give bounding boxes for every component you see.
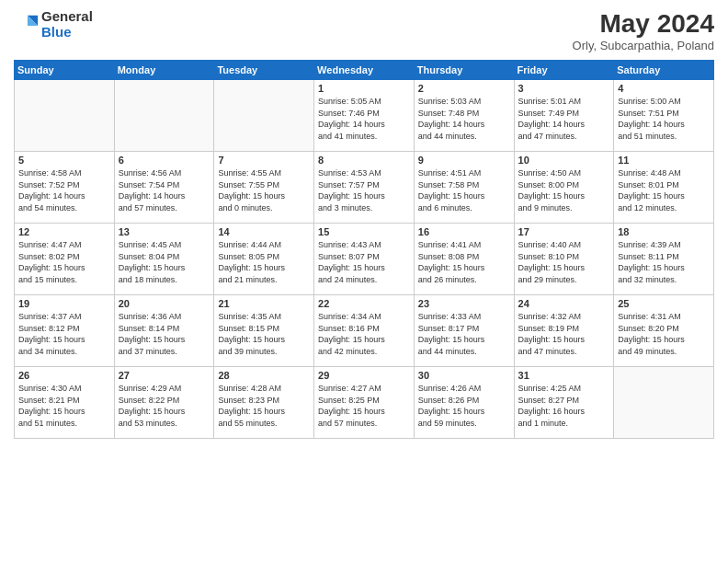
day-info: Sunrise: 4:48 AM Sunset: 8:01 PM Dayligh… [618,167,710,213]
calendar-week-row: 5Sunrise: 4:58 AM Sunset: 7:52 PM Daylig… [15,152,714,224]
calendar-cell [114,80,214,152]
day-number: 24 [518,298,610,309]
calendar-cell: 28Sunrise: 4:28 AM Sunset: 8:23 PM Dayli… [214,367,314,439]
title-block: May 2024 Orly, Subcarpathia, Poland [573,9,714,52]
day-number: 26 [18,370,110,381]
calendar-cell: 24Sunrise: 4:32 AM Sunset: 8:19 PM Dayli… [514,295,614,367]
day-info: Sunrise: 5:05 AM Sunset: 7:46 PM Dayligh… [318,96,410,142]
calendar-cell: 25Sunrise: 4:31 AM Sunset: 8:20 PM Dayli… [614,295,714,367]
day-info: Sunrise: 4:35 AM Sunset: 8:15 PM Dayligh… [218,311,310,357]
page: General Blue May 2024 Orly, Subcarpathia… [0,0,728,563]
calendar-cell: 9Sunrise: 4:51 AM Sunset: 7:58 PM Daylig… [414,152,514,224]
calendar-cell: 7Sunrise: 4:55 AM Sunset: 7:55 PM Daylig… [214,152,314,224]
day-number: 13 [119,226,210,237]
day-number: 18 [618,226,710,237]
day-info: Sunrise: 4:47 AM Sunset: 8:02 PM Dayligh… [18,239,110,285]
calendar-cell: 16Sunrise: 4:41 AM Sunset: 8:08 PM Dayli… [414,224,514,295]
calendar-cell: 20Sunrise: 4:36 AM Sunset: 8:14 PM Dayli… [114,295,214,367]
calendar-cell: 29Sunrise: 4:27 AM Sunset: 8:25 PM Dayli… [314,367,415,439]
calendar-week-row: 1Sunrise: 5:05 AM Sunset: 7:46 PM Daylig… [15,80,714,152]
day-number: 20 [119,298,210,309]
calendar-cell: 5Sunrise: 4:58 AM Sunset: 7:52 PM Daylig… [15,152,115,224]
calendar-week-row: 19Sunrise: 4:37 AM Sunset: 8:12 PM Dayli… [15,295,714,367]
day-info: Sunrise: 4:43 AM Sunset: 8:07 PM Dayligh… [318,239,410,285]
calendar-cell: 11Sunrise: 4:48 AM Sunset: 8:01 PM Dayli… [614,152,714,224]
day-number: 10 [518,155,610,166]
calendar-cell: 27Sunrise: 4:29 AM Sunset: 8:22 PM Dayli… [114,367,214,439]
calendar-cell: 22Sunrise: 4:34 AM Sunset: 8:16 PM Dayli… [314,295,415,367]
weekday-header: Sunday [15,61,115,80]
weekday-header: Thursday [414,61,514,80]
day-info: Sunrise: 4:27 AM Sunset: 8:25 PM Dayligh… [318,383,410,429]
day-info: Sunrise: 4:34 AM Sunset: 8:16 PM Dayligh… [318,311,410,357]
day-number: 5 [18,155,110,166]
calendar-cell: 31Sunrise: 4:25 AM Sunset: 8:27 PM Dayli… [514,367,614,439]
day-info: Sunrise: 4:53 AM Sunset: 7:57 PM Dayligh… [318,167,410,213]
month-year: May 2024 [573,9,714,39]
day-info: Sunrise: 4:44 AM Sunset: 8:05 PM Dayligh… [218,239,310,285]
calendar-cell: 6Sunrise: 4:56 AM Sunset: 7:54 PM Daylig… [114,152,214,224]
day-info: Sunrise: 5:01 AM Sunset: 7:49 PM Dayligh… [518,96,610,142]
calendar-cell: 4Sunrise: 5:00 AM Sunset: 7:51 PM Daylig… [614,80,714,152]
day-info: Sunrise: 4:26 AM Sunset: 8:26 PM Dayligh… [418,383,510,429]
day-info: Sunrise: 5:00 AM Sunset: 7:51 PM Dayligh… [618,96,710,142]
calendar-cell [614,367,714,439]
day-info: Sunrise: 4:56 AM Sunset: 7:54 PM Dayligh… [119,167,210,213]
day-info: Sunrise: 4:36 AM Sunset: 8:14 PM Dayligh… [119,311,210,357]
day-info: Sunrise: 4:55 AM Sunset: 7:55 PM Dayligh… [218,167,310,213]
logo-general: General [41,9,93,25]
logo: General Blue [14,9,93,40]
calendar-cell: 26Sunrise: 4:30 AM Sunset: 8:21 PM Dayli… [15,367,115,439]
weekday-header: Monday [114,61,214,80]
day-info: Sunrise: 4:29 AM Sunset: 8:22 PM Dayligh… [119,383,210,429]
day-info: Sunrise: 4:32 AM Sunset: 8:19 PM Dayligh… [518,311,610,357]
day-number: 31 [518,370,610,381]
day-number: 16 [418,226,510,237]
calendar-cell: 21Sunrise: 4:35 AM Sunset: 8:15 PM Dayli… [214,295,314,367]
calendar-cell [214,80,314,152]
day-number: 30 [418,370,510,381]
day-number: 25 [618,298,710,309]
calendar-cell: 2Sunrise: 5:03 AM Sunset: 7:48 PM Daylig… [414,80,514,152]
calendar-cell: 12Sunrise: 4:47 AM Sunset: 8:02 PM Dayli… [15,224,115,295]
calendar-cell: 8Sunrise: 4:53 AM Sunset: 7:57 PM Daylig… [314,152,415,224]
calendar-week-row: 26Sunrise: 4:30 AM Sunset: 8:21 PM Dayli… [15,367,714,439]
calendar-cell: 3Sunrise: 5:01 AM Sunset: 7:49 PM Daylig… [514,80,614,152]
day-number: 11 [618,155,710,166]
calendar-cell: 15Sunrise: 4:43 AM Sunset: 8:07 PM Dayli… [314,224,415,295]
day-info: Sunrise: 4:37 AM Sunset: 8:12 PM Dayligh… [18,311,110,357]
day-number: 4 [618,83,710,94]
calendar-week-row: 12Sunrise: 4:47 AM Sunset: 8:02 PM Dayli… [15,224,714,295]
calendar-cell: 18Sunrise: 4:39 AM Sunset: 8:11 PM Dayli… [614,224,714,295]
calendar-cell [15,80,115,152]
day-number: 22 [318,298,410,309]
calendar-cell: 17Sunrise: 4:40 AM Sunset: 8:10 PM Dayli… [514,224,614,295]
day-number: 29 [318,370,410,381]
day-info: Sunrise: 4:31 AM Sunset: 8:20 PM Dayligh… [618,311,710,357]
day-number: 28 [218,370,310,381]
day-info: Sunrise: 4:33 AM Sunset: 8:17 PM Dayligh… [418,311,510,357]
day-number: 14 [218,226,310,237]
calendar-cell: 19Sunrise: 4:37 AM Sunset: 8:12 PM Dayli… [15,295,115,367]
day-info: Sunrise: 4:28 AM Sunset: 8:23 PM Dayligh… [218,383,310,429]
logo-text: General Blue [41,9,93,40]
calendar-cell: 13Sunrise: 4:45 AM Sunset: 8:04 PM Dayli… [114,224,214,295]
calendar-header-row: SundayMondayTuesdayWednesdayThursdayFrid… [15,61,714,80]
calendar-cell: 23Sunrise: 4:33 AM Sunset: 8:17 PM Dayli… [414,295,514,367]
header: General Blue May 2024 Orly, Subcarpathia… [14,9,714,52]
location: Orly, Subcarpathia, Poland [573,39,714,52]
day-number: 1 [318,83,410,94]
calendar-cell: 30Sunrise: 4:26 AM Sunset: 8:26 PM Dayli… [414,367,514,439]
day-number: 15 [318,226,410,237]
weekday-header: Friday [514,61,614,80]
day-number: 12 [18,226,110,237]
day-number: 9 [418,155,510,166]
day-number: 23 [418,298,510,309]
weekday-header: Saturday [614,61,714,80]
day-info: Sunrise: 5:03 AM Sunset: 7:48 PM Dayligh… [418,96,510,142]
day-number: 19 [18,298,110,309]
day-info: Sunrise: 4:39 AM Sunset: 8:11 PM Dayligh… [618,239,710,285]
day-info: Sunrise: 4:50 AM Sunset: 8:00 PM Dayligh… [518,167,610,213]
weekday-header: Wednesday [314,61,415,80]
calendar-cell: 14Sunrise: 4:44 AM Sunset: 8:05 PM Dayli… [214,224,314,295]
